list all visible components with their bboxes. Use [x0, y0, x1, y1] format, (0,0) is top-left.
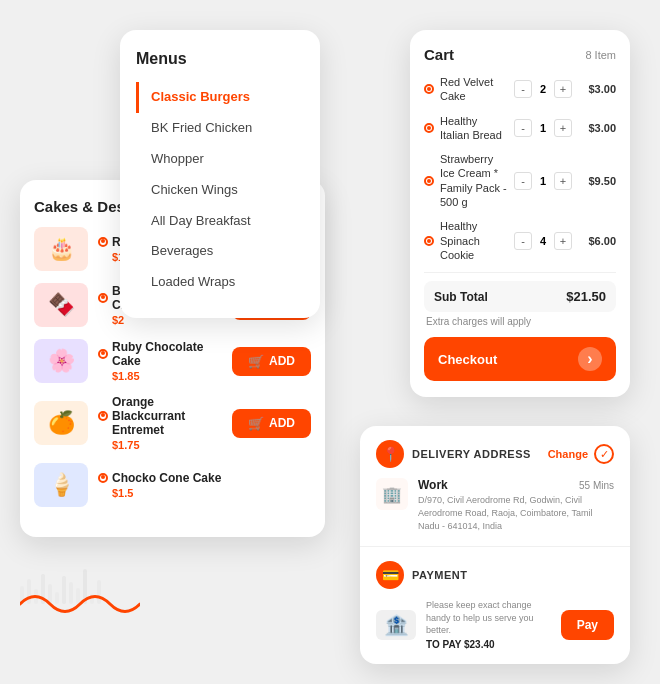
- delivery-address-row: 🏢 Work 55 Mins D/970, Civil Aerodrome Rd…: [376, 478, 614, 532]
- payment-section-title: PAYMENT: [412, 569, 467, 581]
- cart-item-indicator: [424, 176, 434, 186]
- cart-decrease-button[interactable]: -: [514, 80, 532, 98]
- address-label: Work: [418, 478, 448, 492]
- address-info: Work 55 Mins D/970, Civil Aerodrome Rd, …: [418, 478, 614, 532]
- cash-icon: 🏦: [376, 610, 416, 640]
- extra-charges-note: Extra charges will apply: [424, 316, 616, 327]
- table-row: Healthy Spinach Cookie - 4 + $6.00: [424, 219, 616, 262]
- delivery-section: 📍 DELIVERY ADDRESS Change ✓ 🏢 Work 55 Mi…: [360, 426, 630, 547]
- cake-name: Chocko Cone Cake: [112, 471, 221, 485]
- sidebar-item-classic-burgers[interactable]: Classic Burgers: [136, 82, 304, 113]
- delivery-payment-card: 📍 DELIVERY ADDRESS Change ✓ 🏢 Work 55 Mi…: [360, 426, 630, 664]
- pay-button[interactable]: Pay: [561, 610, 614, 640]
- add-to-cart-button[interactable]: 🛒 ADD: [232, 409, 311, 438]
- cake-veg-indicator: [98, 411, 108, 421]
- payment-icon: 💳: [376, 561, 404, 589]
- sidebar-item-bk-fried-chicken[interactable]: BK Fried Chicken: [136, 113, 304, 144]
- cart-item-name: Strawberry Ice Cream * Family Pack - 500…: [440, 152, 508, 209]
- payment-amount: TO PAY $23.40: [426, 639, 551, 650]
- check-icon: ✓: [594, 444, 614, 464]
- cart-decrease-button[interactable]: -: [514, 119, 532, 137]
- cake-name: Ruby Chocolate Cake: [112, 340, 222, 368]
- payment-section: 💳 PAYMENT 🏦 Please keep exact change han…: [360, 547, 630, 664]
- cake-image-orange: 🍊: [34, 401, 88, 445]
- cart-item-name: Healthy Spinach Cookie: [440, 219, 508, 262]
- payment-info: Please keep exact change handy to help u…: [426, 599, 551, 650]
- cart-item-price: $6.00: [578, 235, 616, 247]
- cart-item-price: $3.00: [578, 122, 616, 134]
- cart-quantity-controls: - 4 +: [514, 232, 572, 250]
- cake-price: $1.5: [112, 487, 311, 499]
- cart-quantity-display: 1: [536, 122, 550, 134]
- cart-increase-button[interactable]: +: [554, 232, 572, 250]
- sidebar-item-all-day-breakfast[interactable]: All Day Breakfast: [136, 206, 304, 237]
- cart-item-indicator: [424, 123, 434, 133]
- payment-note: Please keep exact change handy to help u…: [426, 599, 551, 637]
- cart-item-indicator: [424, 84, 434, 94]
- sidebar-item-beverages[interactable]: Beverages: [136, 236, 304, 267]
- cake-image-chocko: 🍦: [34, 463, 88, 507]
- subtotal-value: $21.50: [566, 289, 606, 304]
- cake-image-belgian: 🍫: [34, 283, 88, 327]
- cart-increase-button[interactable]: +: [554, 119, 572, 137]
- cart-quantity-display: 2: [536, 83, 550, 95]
- sidebar-item-loaded-wraps[interactable]: Loaded Wraps: [136, 267, 304, 298]
- cart-icon: 🛒: [248, 354, 264, 369]
- cart-decrease-button[interactable]: -: [514, 232, 532, 250]
- menu-card-title: Menus: [136, 50, 304, 68]
- delivery-actions: Change ✓: [548, 444, 614, 464]
- cake-info-ruby: Ruby Chocolate Cake $1.85: [98, 340, 222, 382]
- cart-item-price: $3.00: [578, 83, 616, 95]
- cake-image-ruby: 🌸: [34, 339, 88, 383]
- cart-increase-button[interactable]: +: [554, 80, 572, 98]
- cart-title: Cart: [424, 46, 454, 63]
- checkout-arrow-icon: ›: [578, 347, 602, 371]
- cart-quantity-controls: - 1 +: [514, 172, 572, 190]
- delivery-section-title: DELIVERY ADDRESS: [412, 448, 531, 460]
- cart-quantity-display: 1: [536, 175, 550, 187]
- delivery-title-row: 📍 DELIVERY ADDRESS: [376, 440, 531, 468]
- cart-increase-button[interactable]: +: [554, 172, 572, 190]
- payment-header: 💳 PAYMENT: [376, 561, 614, 589]
- cake-info-orange: Orange Blackcurrant Entremet $1.75: [98, 395, 222, 451]
- location-icon: 📍: [376, 440, 404, 468]
- payment-body: 🏦 Please keep exact change handy to help…: [376, 599, 614, 650]
- cart-icon: 🛒: [248, 416, 264, 431]
- address-label-row: Work 55 Mins: [418, 478, 614, 492]
- cake-name: Orange Blackcurrant Entremet: [112, 395, 222, 437]
- change-address-link[interactable]: Change: [548, 448, 588, 460]
- sidebar-item-whopper[interactable]: Whopper: [136, 144, 304, 175]
- address-text: D/970, Civil Aerodrome Rd, Godwin, Civil…: [418, 494, 614, 532]
- cake-veg-indicator: [98, 237, 108, 247]
- cart-quantity-controls: - 1 +: [514, 119, 572, 137]
- cart-item-name: Red Velvet Cake: [440, 75, 508, 104]
- subtotal-row: Sub Total $21.50: [424, 281, 616, 312]
- cart-quantity-display: 4: [536, 235, 550, 247]
- cart-quantity-controls: - 2 +: [514, 80, 572, 98]
- add-button-label: ADD: [269, 416, 295, 430]
- cake-price: $1.85: [112, 370, 222, 382]
- list-item: 🌸 Ruby Chocolate Cake $1.85 🛒 ADD: [34, 339, 311, 383]
- checkout-label: Checkout: [438, 352, 497, 367]
- cart-item-count: 8 Item: [585, 49, 616, 61]
- cart-item-price: $9.50: [578, 175, 616, 187]
- sidebar-item-chicken-wings[interactable]: Chicken Wings: [136, 175, 304, 206]
- table-row: Healthy Italian Bread - 1 + $3.00: [424, 114, 616, 143]
- cake-veg-indicator: [98, 293, 108, 303]
- building-icon: 🏢: [376, 478, 408, 510]
- delivery-time: 55 Mins: [579, 480, 614, 491]
- decorative-wave: [20, 584, 140, 624]
- cart-card: Cart 8 Item Red Velvet Cake - 2 + $3.00 …: [410, 30, 630, 397]
- list-item: 🍦 Chocko Cone Cake $1.5: [34, 463, 311, 507]
- cake-image-red-velvet: 🎂: [34, 227, 88, 271]
- checkout-button[interactable]: Checkout ›: [424, 337, 616, 381]
- cart-divider: [424, 272, 616, 273]
- cart-decrease-button[interactable]: -: [514, 172, 532, 190]
- cake-veg-indicator: [98, 473, 108, 483]
- menu-card: Menus Classic Burgers BK Fried Chicken W…: [120, 30, 320, 318]
- add-to-cart-button[interactable]: 🛒 ADD: [232, 347, 311, 376]
- cart-item-name: Healthy Italian Bread: [440, 114, 508, 143]
- subtotal-label: Sub Total: [434, 290, 488, 304]
- cart-header: Cart 8 Item: [424, 46, 616, 63]
- cart-item-indicator: [424, 236, 434, 246]
